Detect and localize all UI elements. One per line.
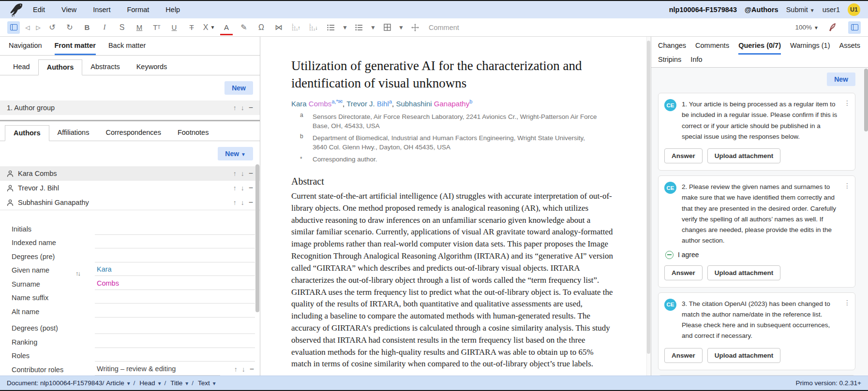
move-up-icon[interactable]: ↑ [234,365,238,373]
agree-response-option[interactable]: I agree [665,251,850,259]
document-scrollbar[interactable] [646,37,651,376]
article-title[interactable]: Utilization of generative AI for the cha… [291,57,611,92]
menu-insert[interactable]: Insert [93,6,110,14]
new-query-button[interactable]: New [827,72,855,86]
italic-icon[interactable]: I [98,21,111,34]
font-color-icon[interactable]: A [220,21,233,34]
breadcrumb-title[interactable]: Title▼ [170,379,189,387]
omega-icon[interactable]: Ω [255,21,268,34]
tab-abstracts[interactable]: Abstracts [82,59,128,75]
kebab-menu-icon[interactable]: ⋮ [844,182,851,189]
bullet-list-icon[interactable] [325,21,337,34]
author-list-item[interactable]: Trevor J. Bihl ↑ ↓ − [0,181,260,195]
alt-name-field[interactable] [95,307,255,318]
new-author-group-button[interactable]: New [224,81,253,95]
tab-warnings[interactable]: Warnings (1) [790,42,830,55]
tab-front-matter[interactable]: Front matter [55,42,96,55]
author-list-item[interactable]: Kara Combs ↑ ↓ − [0,166,260,181]
new-author-button[interactable]: New▼ [218,147,253,160]
indexed-name-field[interactable] [95,238,255,248]
bowtie-icon[interactable]: ⋈ [272,21,285,34]
small-caps-icon[interactable]: S [116,21,128,34]
tab-authors-sub[interactable]: Authors [5,125,49,141]
author-given-name[interactable]: Subhashini [396,100,432,108]
affiliation-item[interactable]: aSensors Directorate, Air Force Research… [291,113,601,130]
move-up-icon[interactable]: ↑ [233,104,237,112]
document-canvas[interactable]: Utilization of generative AI for the cha… [260,37,651,376]
go-last-icon[interactable]: ▷ [34,21,43,34]
author-byline[interactable]: Kara Combsa,*✉, Trevor J. Bihla, Subhash… [291,99,616,108]
tab-info[interactable]: Info [690,56,702,67]
move-down-icon[interactable]: ↓ [241,170,244,177]
tab-comments[interactable]: Comments [695,42,729,55]
move-up-icon[interactable]: ↑ [233,170,237,177]
breadcrumb-article[interactable]: Article▼ [106,379,131,387]
move-down-icon[interactable]: ↓ [241,184,244,192]
roles-field[interactable] [95,351,255,362]
kebab-menu-icon[interactable]: ⋮ [844,299,851,306]
swap-names-icon[interactable]: ↑↓ [75,270,80,277]
tab-stripins[interactable]: Stripins [658,56,681,67]
author-given-name[interactable]: Kara [291,100,307,108]
redo-icon[interactable]: ↻ [63,21,76,34]
abstract-text[interactable]: Current state-of-the-art artificial inte… [291,190,614,370]
kebab-menu-icon[interactable]: ⋮ [844,99,851,107]
tab-keywords[interactable]: Keywords [128,59,176,75]
tab-assets[interactable]: Assets [839,42,860,55]
author-given-name[interactable]: Trevor J. [346,100,375,108]
numbered-list-icon[interactable] [353,21,365,34]
name-suffix-field[interactable] [95,293,255,304]
move-down-icon[interactable]: ↓ [242,365,245,373]
underline-icon[interactable]: U [168,21,180,34]
text-size-icon[interactable]: TT [150,21,163,34]
user-avatar[interactable]: U1 [848,3,860,16]
move-up-icon[interactable]: ↑ [233,199,237,206]
tab-queries[interactable]: Queries (0/7) [738,42,781,55]
corresponding-author-note[interactable]: *Corresponding author. [291,155,601,164]
author-group-header[interactable]: 1. Author group ↑ ↓ − [0,101,260,115]
ranking-field[interactable] [95,337,255,348]
table-icon[interactable] [381,21,393,34]
bold-icon[interactable]: B [81,21,93,34]
tab-correspondences[interactable]: Correspondences [97,125,169,141]
tab-changes[interactable]: Changes [658,42,686,55]
submit-dropdown[interactable]: Submit▼ [786,6,815,14]
tab-footnotes[interactable]: Footnotes [169,125,217,141]
remove-icon[interactable]: − [249,103,253,112]
overline-icon[interactable]: T [185,21,198,34]
list-demote-icon[interactable]: 1.1.11.1.1↓ [307,21,320,34]
left-panel-scrollbar-thumb[interactable] [255,164,259,312]
go-first-icon[interactable]: ◁ [23,21,32,34]
table-dropdown-icon[interactable]: ▼ [397,21,405,34]
undo-icon[interactable]: ↺ [46,21,59,34]
menu-format[interactable]: Format [127,6,149,14]
breadcrumb-text[interactable]: Text▼ [198,379,217,387]
tab-authors[interactable]: Authors [38,59,83,75]
toggle-right-panel-icon[interactable] [848,21,861,34]
edit-pen-icon[interactable]: ✎ [238,21,250,34]
tab-navigation[interactable]: Navigation [9,42,42,55]
breadcrumb-head[interactable]: Head▼ [139,379,162,387]
markup-icon[interactable]: M [133,21,146,34]
answer-button[interactable]: Answer [664,265,703,280]
author-surname[interactable]: Bihl [377,100,389,108]
contributor-roles-field[interactable]: Writing – review & editing [95,365,220,376]
list-promote-icon[interactable]: 1.1.11.1.1↑ [290,21,302,34]
upload-attachment-button[interactable]: Upload attachment [707,348,781,363]
tab-back-matter[interactable]: Back matter [108,42,146,55]
minus-circle-icon[interactable] [665,251,673,259]
move-down-icon[interactable]: ↓ [241,199,244,206]
zoom-select[interactable]: 100%▼ [795,24,819,31]
remove-icon[interactable]: − [249,184,253,192]
toggle-left-panel-icon[interactable] [7,21,20,34]
remove-icon[interactable]: − [249,169,253,178]
bullet-list-dropdown-icon[interactable]: ▼ [341,21,349,34]
upload-attachment-button[interactable]: Upload attachment [707,265,781,280]
move-icon[interactable] [409,21,421,34]
pdf-quill-icon[interactable] [826,21,838,34]
degrees-pre-field[interactable] [95,252,255,262]
initials-field[interactable] [95,224,255,235]
affiliation-item[interactable]: bDepartment of Biomedical, Industrial an… [291,134,601,152]
document-scrollbar-thumb[interactable] [647,41,650,354]
right-panel-scrollbar-thumb[interactable] [864,69,868,131]
